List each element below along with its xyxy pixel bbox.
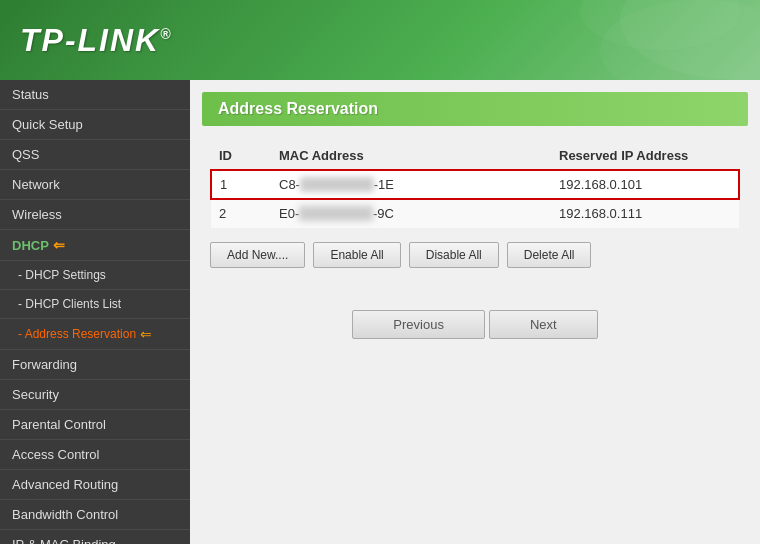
page-title: Address Reservation (218, 100, 378, 117)
content-area: Address Reservation ID MAC Address Reser… (190, 80, 760, 544)
row1-id: 1 (211, 170, 271, 200)
previous-button[interactable]: Previous (352, 310, 485, 339)
sidebar-item-access-control[interactable]: Access Control (0, 440, 190, 470)
sidebar-item-qss[interactable]: QSS (0, 140, 190, 170)
row2-mac-hidden: ████████ (299, 206, 373, 221)
pagination-nav: Previous Next (190, 302, 760, 347)
row1-mac-hidden: ████████ (300, 177, 374, 192)
header: TP-LINK® (0, 0, 760, 80)
sidebar-item-parental-control[interactable]: Parental Control (0, 410, 190, 440)
header-decoration (460, 0, 760, 80)
sidebar-item-ip-mac-binding[interactable]: IP & MAC Binding (0, 530, 190, 544)
delete-all-button[interactable]: Delete All (507, 242, 592, 268)
sidebar-item-advanced-routing[interactable]: Advanced Routing (0, 470, 190, 500)
sidebar-item-status[interactable]: Status (0, 80, 190, 110)
row2-mac: E0-████████-9C (271, 199, 551, 228)
row2-id: 2 (211, 199, 271, 228)
row1-mac: C8-████████-1E (271, 170, 551, 200)
sidebar-item-security[interactable]: Security (0, 380, 190, 410)
dhcp-arrow-icon: ⇐ (53, 237, 65, 253)
sidebar-item-dhcp[interactable]: DHCP ⇐ (0, 230, 190, 261)
reservations-table: ID MAC Address Reserved IP Address 1 C8-… (210, 142, 740, 228)
main-container: Status Quick Setup QSS Network Wireless … (0, 80, 760, 544)
table-row[interactable]: 2 E0-████████-9C 192.168.0.111 (211, 199, 739, 228)
table-row[interactable]: 1 C8-████████-1E 192.168.0.101 (211, 170, 739, 200)
col-mac: MAC Address (271, 142, 551, 170)
col-ip: Reserved IP Address (551, 142, 739, 170)
row1-ip: 192.168.0.101 (551, 170, 739, 200)
sidebar-item-dhcp-clients[interactable]: - DHCP Clients List (0, 290, 190, 319)
sidebar-item-wireless[interactable]: Wireless (0, 200, 190, 230)
row2-ip: 192.168.0.111 (551, 199, 739, 228)
logo: TP-LINK® (20, 22, 173, 59)
col-id: ID (211, 142, 271, 170)
table-header-row: ID MAC Address Reserved IP Address (211, 142, 739, 170)
sidebar-item-bandwidth-control[interactable]: Bandwidth Control (0, 500, 190, 530)
sidebar-item-forwarding[interactable]: Forwarding (0, 350, 190, 380)
sidebar: Status Quick Setup QSS Network Wireless … (0, 80, 190, 544)
sidebar-item-network[interactable]: Network (0, 170, 190, 200)
add-new-button[interactable]: Add New.... (210, 242, 305, 268)
sidebar-item-address-reservation[interactable]: - Address Reservation ⇐ (0, 319, 190, 350)
action-buttons-row: Add New.... Enable All Disable All Delet… (190, 228, 760, 282)
enable-all-button[interactable]: Enable All (313, 242, 400, 268)
sidebar-item-dhcp-settings[interactable]: - DHCP Settings (0, 261, 190, 290)
table-container: ID MAC Address Reserved IP Address 1 C8-… (190, 142, 760, 228)
disable-all-button[interactable]: Disable All (409, 242, 499, 268)
address-reservation-arrow-icon: ⇐ (140, 326, 152, 342)
sidebar-item-quick-setup[interactable]: Quick Setup (0, 110, 190, 140)
next-button[interactable]: Next (489, 310, 598, 339)
page-title-bar: Address Reservation (202, 92, 748, 126)
